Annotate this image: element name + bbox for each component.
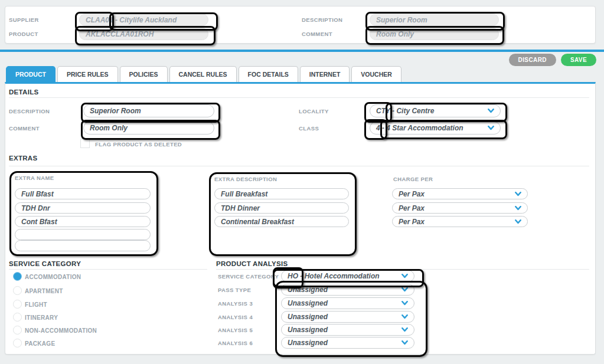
chevron-down-icon <box>488 126 494 130</box>
class-value: 4 - 4 Star Accommodation <box>376 124 463 132</box>
radio-label: APARTMENT <box>25 288 63 294</box>
chevron-down-icon <box>401 314 408 319</box>
supplier-value: CLAA01 - Citylife Auckland <box>86 16 177 24</box>
charge-per-select[interactable]: Per Pax <box>392 188 528 199</box>
section-divider <box>9 97 589 98</box>
chevron-down-icon <box>401 274 408 278</box>
chevron-down-icon <box>488 109 494 113</box>
pa-analysis6-select[interactable]: Unassigned <box>281 337 414 349</box>
radio-label: ITINERARY <box>25 314 58 321</box>
extra-description-input[interactable] <box>214 216 349 227</box>
radio-itinerary[interactable] <box>13 313 22 322</box>
extra-name-input[interactable] <box>15 240 151 251</box>
product-analysis-heading: PRODUCT ANALYSIS <box>216 260 288 267</box>
tab-cancel-rules[interactable]: CANCEL RULES <box>169 66 237 82</box>
tab-voucher[interactable]: VOUCHER <box>351 66 401 82</box>
pa-analysis5-select[interactable]: Unassigned <box>281 324 414 336</box>
header-description-field: Superior Room <box>370 14 499 26</box>
header-comment-field: Room Only <box>370 28 499 40</box>
service-category-heading: SERVICE CATEGORY <box>9 260 81 267</box>
tab-internet[interactable]: INTERNET <box>300 66 350 82</box>
flag-deleted-checkbox[interactable] <box>80 139 90 148</box>
pa-analysis3-label: ANALYSIS 3 <box>218 300 253 307</box>
section-divider <box>216 269 589 270</box>
section-divider <box>9 166 589 166</box>
pa-service-category-value: HO - Hotel Accommodation <box>288 272 380 280</box>
locality-select[interactable]: CTY - City Centre <box>370 104 501 117</box>
details-comment-label: COMMENT <box>9 125 40 132</box>
pa-analysis4-value: Unassigned <box>288 313 328 321</box>
radio-label: ACCOMMODATION <box>25 274 81 280</box>
flag-deleted-label: FLAG PRODUCT AS DELETED <box>95 141 182 147</box>
pa-analysis6-value: Unassigned <box>288 339 328 347</box>
class-select[interactable]: 4 - 4 Star Accommodation <box>370 122 501 135</box>
chevron-down-icon <box>515 192 521 196</box>
blue-divider <box>0 50 604 52</box>
supplier-field: CLAA01 - Citylife Auckland <box>79 14 208 26</box>
extra-name-input[interactable] <box>15 188 151 199</box>
section-divider <box>9 269 207 270</box>
radio-package[interactable] <box>13 339 22 347</box>
annotation-box <box>209 172 357 256</box>
header-description-value: Superior Room <box>376 16 427 24</box>
pa-analysis5-value: Unassigned <box>288 326 328 334</box>
charge-per-value: Per Pax <box>399 204 425 212</box>
radio-label: FLIGHT <box>25 301 47 308</box>
pa-service-category-select[interactable]: HO - Hotel Accommodation <box>281 270 414 282</box>
extras-heading: EXTRAS <box>9 155 37 162</box>
extra-name-header: EXTRA NAME <box>15 175 54 181</box>
locality-value: CTY - City Centre <box>376 107 434 115</box>
radio-flight[interactable] <box>13 300 22 309</box>
radio-non-accommodation[interactable] <box>13 326 22 335</box>
pa-analysis4-label: ANALYSIS 4 <box>218 314 253 320</box>
product-setup-page: SUPPLIER CLAA01 - Citylife Auckland PROD… <box>0 0 604 364</box>
charge-per-header: CHARGE PER <box>393 176 433 182</box>
pa-analysis3-value: Unassigned <box>288 299 328 307</box>
product-tab-panel: DETAILS DESCRIPTION COMMENT FLAG PRODUCT… <box>5 82 596 355</box>
pa-pass-type-label: PASS TYPE <box>218 287 251 293</box>
extra-description-input[interactable] <box>214 202 349 214</box>
discard-button[interactable]: DISCARD <box>509 54 556 66</box>
extra-name-input[interactable] <box>15 202 151 214</box>
locality-label: LOCALITY <box>299 108 329 114</box>
charge-per-select[interactable]: Per Pax <box>392 202 528 214</box>
chevron-down-icon <box>515 219 521 224</box>
pa-analysis3-select[interactable]: Unassigned <box>281 297 414 309</box>
charge-per-value: Per Pax <box>399 190 425 198</box>
pa-analysis4-select[interactable]: Unassigned <box>281 311 414 323</box>
extra-description-header: EXTRA DESCRIPTION <box>214 176 277 182</box>
header-description-label: DESCRIPTION <box>302 17 342 23</box>
product-field: AKLACCLAA01ROH <box>79 28 208 40</box>
extra-description-input[interactable] <box>214 188 349 199</box>
header-comment-label: COMMENT <box>302 31 332 37</box>
details-description-input[interactable] <box>83 104 214 117</box>
details-heading: DETAILS <box>9 88 38 96</box>
chevron-down-icon <box>401 327 408 332</box>
radio-apartment[interactable] <box>13 286 22 295</box>
charge-per-value: Per Pax <box>399 218 425 226</box>
product-label: PRODUCT <box>9 31 38 37</box>
supplier-label: SUPPLIER <box>9 17 39 23</box>
charge-per-select[interactable]: Per Pax <box>392 216 528 227</box>
radio-accommodation[interactable] <box>13 272 22 281</box>
tab-product[interactable]: PRODUCT <box>6 66 55 82</box>
details-comment-input[interactable] <box>83 122 214 135</box>
extra-name-input[interactable] <box>15 229 151 240</box>
product-value: AKLACCLAA01ROH <box>86 30 154 38</box>
pa-service-category-label: SERVICE CATEGORY <box>218 273 279 280</box>
radio-label: PACKAGE <box>25 340 55 347</box>
tab-foc-details[interactable]: FOC DETAILS <box>239 66 298 82</box>
pa-analysis6-label: ANALYSIS 6 <box>218 340 253 346</box>
tab-price-rules[interactable]: PRICE RULES <box>57 66 118 82</box>
pa-pass-type-select[interactable]: Unassigned <box>281 284 414 296</box>
pa-analysis5-label: ANALYSIS 5 <box>218 327 253 333</box>
details-description-label: DESCRIPTION <box>9 108 50 114</box>
tab-policies[interactable]: POLICIES <box>120 66 168 82</box>
chevron-down-icon <box>515 206 521 211</box>
chevron-down-icon <box>401 301 408 306</box>
extra-name-input[interactable] <box>15 216 151 227</box>
action-buttons: DISCARD SAVE <box>509 54 596 66</box>
save-button[interactable]: SAVE <box>561 54 596 66</box>
header-comment-value: Room Only <box>376 30 414 38</box>
tab-bar: PRODUCT PRICE RULES POLICIES CANCEL RULE… <box>6 66 401 82</box>
